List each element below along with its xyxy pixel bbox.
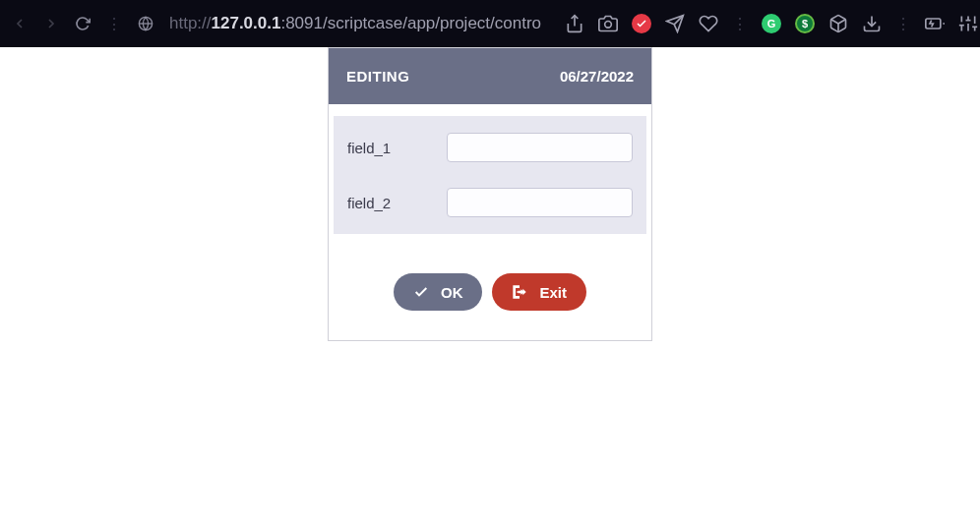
check-icon — [413, 284, 429, 300]
exit-icon — [512, 284, 527, 300]
field-1-label: field_1 — [347, 140, 447, 156]
toolbar-separator: ⋮ — [106, 15, 122, 33]
extension-icons: ⋮ G $ ⋮ — [565, 14, 978, 33]
form-card: EDITING 06/27/2022 field_1 field_2 OK — [328, 47, 652, 341]
form-date: 06/27/2022 — [560, 68, 634, 85]
page-content: EDITING 06/27/2022 field_1 field_2 OK — [0, 47, 980, 341]
send-icon[interactable] — [665, 14, 685, 33]
svg-point-3 — [605, 22, 612, 29]
field-2-label: field_2 — [347, 195, 447, 211]
shield-badge-icon[interactable] — [632, 14, 651, 33]
globe-icon[interactable] — [138, 14, 153, 33]
exit-button-label: Exit — [539, 284, 567, 301]
share-icon[interactable] — [565, 14, 584, 33]
heart-icon[interactable] — [699, 14, 718, 33]
form-header: EDITING 06/27/2022 — [329, 48, 651, 104]
url-bar[interactable]: http://127.0.0.1:8091/scriptcase/app/pro… — [169, 14, 541, 33]
camera-icon[interactable] — [598, 14, 618, 33]
browser-toolbar: ⋮ http://127.0.0.1:8091/scriptcase/app/p… — [0, 0, 980, 47]
dollar-badge-icon[interactable]: $ — [795, 14, 815, 33]
exit-button[interactable]: Exit — [492, 273, 586, 311]
field-1-input[interactable] — [447, 133, 633, 162]
url-text: http://127.0.0.1:8091/scriptcase/app/pro… — [169, 14, 541, 33]
ok-button[interactable]: OK — [394, 273, 483, 311]
download-icon[interactable] — [862, 14, 882, 33]
reload-button[interactable] — [75, 14, 91, 33]
grammarly-icon[interactable]: G — [762, 14, 781, 33]
forward-button[interactable] — [43, 14, 59, 33]
field-2-input[interactable] — [447, 188, 633, 217]
toolbar-separator-3: ⋮ — [895, 15, 911, 33]
toolbar-separator-2: ⋮ — [732, 15, 748, 33]
ok-button-label: OK — [441, 284, 463, 301]
sliders-icon[interactable] — [958, 14, 978, 33]
battery-icon[interactable] — [925, 14, 945, 33]
form-row-field-2: field_2 — [343, 175, 637, 230]
form-row-field-1: field_1 — [343, 120, 637, 175]
cube-icon[interactable] — [828, 14, 848, 33]
form-title: EDITING — [346, 68, 409, 85]
form-body: field_1 field_2 — [334, 116, 646, 234]
back-button[interactable] — [12, 14, 28, 33]
form-footer: OK Exit — [329, 239, 651, 340]
